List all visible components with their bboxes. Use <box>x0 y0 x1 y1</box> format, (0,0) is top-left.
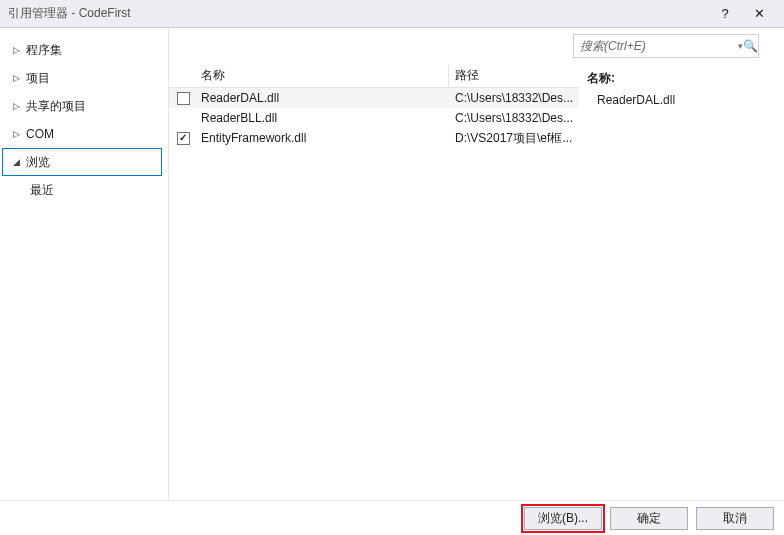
search-icon[interactable]: 🔍 <box>743 39 758 53</box>
row-path: C:\Users\18332\Des... <box>449 91 579 105</box>
sidebar-item-browse[interactable]: ◢ 浏览 <box>2 148 162 176</box>
chevron-right-icon: ▷ <box>10 101 22 111</box>
window-title: 引用管理器 - CodeFirst <box>8 5 708 22</box>
table-row[interactable]: EntityFramework.dll D:\VS2017项目\ef框... <box>169 128 579 148</box>
sidebar-item-label: 项目 <box>26 70 50 87</box>
row-name: ReaderBLL.dll <box>197 111 449 125</box>
sidebar-item-label: 共享的项目 <box>26 98 86 115</box>
chevron-right-icon: ▷ <box>10 129 22 139</box>
sidebar-item-com[interactable]: ▷ COM <box>0 120 168 148</box>
browse-button[interactable]: 浏览(B)... <box>524 507 602 530</box>
row-name: EntityFramework.dll <box>197 131 449 145</box>
sidebar-item-assemblies[interactable]: ▷ 程序集 <box>0 36 168 64</box>
col-path[interactable]: 路径 <box>449 64 579 87</box>
sidebar-item-label: 最近 <box>30 182 54 199</box>
sidebar: ▷ 程序集 ▷ 项目 ▷ 共享的项目 ▷ COM ◢ 浏览 最近 <box>0 28 168 500</box>
list-area: ▾ 🔍 名称 路径 ReaderDAL.dll C:\Users\18332\D… <box>169 28 579 500</box>
table-row[interactable]: ReaderBLL.dll C:\Users\18332\Des... <box>169 108 579 128</box>
row-checkbox[interactable] <box>169 92 197 105</box>
chevron-down-icon: ◢ <box>10 157 22 167</box>
row-path: D:\VS2017项目\ef框... <box>449 130 579 147</box>
cancel-button[interactable]: 取消 <box>696 507 774 530</box>
sidebar-item-label: COM <box>26 127 54 141</box>
chevron-right-icon: ▷ <box>10 45 22 55</box>
ok-button[interactable]: 确定 <box>610 507 688 530</box>
close-button[interactable]: ✕ <box>742 0 776 28</box>
titlebar: 引用管理器 - CodeFirst ? ✕ <box>0 0 784 28</box>
help-button[interactable]: ? <box>708 0 742 28</box>
search-input[interactable] <box>574 39 737 53</box>
table-row[interactable]: ReaderDAL.dll C:\Users\18332\Des... <box>169 88 579 108</box>
column-headers: 名称 路径 <box>169 64 579 88</box>
rows-container: ReaderDAL.dll C:\Users\18332\Des... Read… <box>169 88 579 148</box>
sidebar-item-label: 浏览 <box>26 154 50 171</box>
row-checkbox[interactable] <box>169 132 197 145</box>
chevron-right-icon: ▷ <box>10 73 22 83</box>
sidebar-item-projects[interactable]: ▷ 项目 <box>0 64 168 92</box>
sidebar-item-recent[interactable]: 最近 <box>0 176 168 204</box>
footer: 浏览(B)... 确定 取消 <box>0 500 784 535</box>
col-name[interactable]: 名称 <box>197 64 449 87</box>
search-box[interactable]: ▾ 🔍 <box>573 34 759 58</box>
row-name: ReaderDAL.dll <box>197 91 449 105</box>
sidebar-item-label: 程序集 <box>26 42 62 59</box>
sidebar-item-shared-projects[interactable]: ▷ 共享的项目 <box>0 92 168 120</box>
details-name-label: 名称: <box>579 66 783 91</box>
details-panel: 名称: ReaderDAL.dll <box>579 28 783 500</box>
details-name-value: ReaderDAL.dll <box>579 91 783 109</box>
row-path: C:\Users\18332\Des... <box>449 111 579 125</box>
